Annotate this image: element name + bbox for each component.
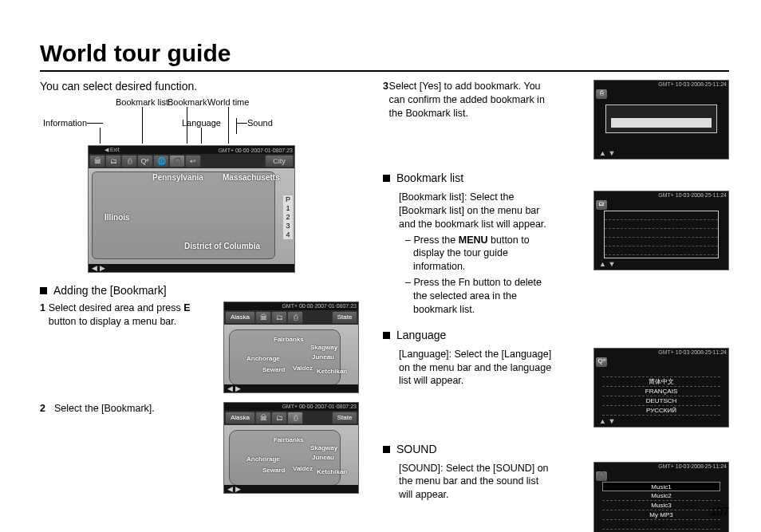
language-screenshot: GMT+ 10·03·2008·25·11:24 Qᵃ 简体中文 FRANÇAI…	[593, 348, 729, 428]
sound-list: Music1 Music2 Music3 My MP3	[602, 482, 720, 531]
world-time-icon[interactable]: 🌐	[153, 155, 169, 167]
place-label: Fairbanks	[274, 436, 304, 445]
sidenum: P	[283, 195, 293, 204]
language-heading: Language	[383, 328, 729, 343]
place-label: Ketchikan	[317, 468, 347, 477]
callout-bookmark: Bookmark	[168, 97, 207, 107]
step1-text: Select desired area and press E button t…	[49, 301, 211, 329]
place-label: Anchorage	[246, 355, 280, 364]
step3-text: Select [Yes] to add bookmark. You can co…	[389, 80, 554, 120]
square-bullet-icon	[40, 287, 47, 294]
bookmark-list-dash2: – Press the Fn button to delete the sele…	[399, 276, 554, 317]
place-label: Valdez	[293, 365, 313, 373]
lr-arrows[interactable]: ◀ ▶	[227, 384, 241, 393]
shot-timestamp: GMT+ 10·03·2008·25·11:24	[658, 81, 727, 88]
ud-arrows[interactable]: ▲ ▼	[599, 259, 615, 269]
map-top-strip: ◀ Exit GMT+ 00·00·2007·01·0807:23	[89, 146, 294, 154]
bookmark-list-dash1: – Press the MENU button to display the t…	[399, 234, 554, 274]
shot-left-label: ◀ Exit	[104, 147, 120, 153]
usa-map: Pennsylvania Massachusetts Illinois Dist…	[89, 168, 294, 264]
info-icon[interactable]: 🏛	[255, 412, 271, 424]
bookmark-icon[interactable]: ⎙	[287, 412, 303, 424]
lr-arrows[interactable]: ◀ ▶	[92, 264, 105, 272]
bookmark-list-icon[interactable]: 🗂	[105, 155, 121, 167]
back-icon[interactable]: ↩	[185, 155, 201, 167]
bookmark-list-text: [Bookmark list]: Select the [Bookmark li…	[399, 191, 554, 231]
list-item[interactable]: Music2	[602, 491, 720, 501]
list-item[interactable]: DEUTSCH	[602, 396, 720, 406]
list-item[interactable]: My MP3	[602, 510, 720, 520]
shot-timestamp: GMT+ 00·00·2007·01·0807:23	[282, 403, 357, 410]
icon-callout-area: Bookmark list Bookmark World time Inform…	[40, 97, 359, 145]
place-label: Ketchikan	[317, 368, 347, 376]
callout-language: Language	[182, 118, 221, 128]
sound-screenshot: GMT+ 10·03·2008·25·11:24 🎧 Music1 Music2…	[593, 462, 729, 532]
sidenum: 1	[283, 204, 293, 213]
sidenum: 4	[283, 231, 293, 239]
sound-icon: 🎧	[596, 471, 607, 481]
callout-sound: Sound	[247, 118, 273, 128]
state-button[interactable]: State	[332, 311, 357, 324]
bookmark-icon[interactable]: ⎙	[121, 155, 137, 167]
bookmark-list-icon: 🗂	[596, 200, 607, 210]
shot-timestamp: GMT+ 00·00·2007·01·0807:23	[282, 302, 357, 309]
sidenum: 2	[283, 213, 293, 222]
page: World tour guide You can select desired …	[40, 40, 729, 516]
step-number: 1	[40, 301, 49, 329]
bookmark-list-icon[interactable]: 🗂	[271, 412, 287, 424]
place-label: Skagway	[310, 344, 337, 353]
bookmark-icon[interactable]: ⎙	[287, 311, 303, 324]
list-item[interactable]: РУССКИЙ	[602, 406, 720, 416]
left-column: You can select desired function. Bookmar…	[40, 80, 359, 532]
list-item[interactable]: Music3	[602, 501, 720, 510]
language-icon[interactable]: Qᵃ	[137, 155, 153, 167]
place-label: Valdez	[293, 465, 313, 474]
content-columns: You can select desired function. Bookmar…	[40, 80, 729, 532]
language-text: [Language]: Select the [Language] on the…	[383, 348, 554, 388]
place-label: Juneau	[312, 454, 334, 463]
place-label: Fairbanks	[274, 336, 304, 345]
alaska-button[interactable]: Alaska	[225, 311, 255, 324]
alaska-screenshot-2: GMT+ 00·00·2007·01·0807:23 Alaska 🏛 🗂 ⎙ …	[223, 402, 359, 494]
place-massachusetts: Massachusetts	[223, 173, 280, 182]
square-bullet-icon	[383, 446, 390, 453]
list-item[interactable]: FRANÇAIS	[602, 387, 720, 396]
place-illinois: Illinois	[104, 213, 130, 222]
callout-bookmark-list: Bookmark list	[116, 97, 168, 107]
adding-bookmark-body: 1 Select desired area and press E button…	[40, 301, 359, 496]
sidenum: 3	[283, 222, 293, 231]
place-pennsylvania: Pennsylvania	[152, 173, 203, 182]
bookmark-list-screenshot: GMT+ 10·03·2008·25·11:24 🗂 ▲ ▼	[593, 191, 729, 270]
page-number: 107	[711, 505, 729, 518]
sound-icon[interactable]: 🎧	[169, 155, 185, 167]
square-bullet-icon	[383, 175, 390, 182]
bookmark-list-box	[604, 211, 719, 258]
confirm-box	[605, 104, 717, 133]
ud-arrows[interactable]: ▲ ▼	[599, 416, 615, 426]
ud-arrows[interactable]: ▲ ▼	[599, 148, 615, 158]
step2-text: Select the [Bookmark].	[54, 402, 155, 416]
language-list: 简体中文 FRANÇAIS DEUTSCH РУССКИЙ	[602, 368, 720, 417]
bookmark-list-icon[interactable]: 🗂	[271, 311, 287, 324]
map-bottom-strip: ◀ ▶	[89, 264, 294, 272]
state-button[interactable]: State	[332, 412, 357, 424]
page-title: World tour guide	[40, 40, 729, 72]
city-button[interactable]: City	[265, 155, 294, 167]
info-icon[interactable]: 🏛	[255, 311, 271, 324]
alaska-screenshot-1: GMT+ 00·00·2007·01·0807:23 Alaska 🏛 🗂 ⎙ …	[223, 301, 359, 393]
list-item[interactable]: 简体中文	[602, 377, 720, 387]
shot-timestamp: GMT+ 10·03·2008·25·11:24	[658, 463, 727, 470]
info-icon[interactable]: 🏛	[89, 155, 105, 167]
shot-timestamp: GMT+ 10·03·2008·25·11:24	[658, 349, 727, 356]
square-bullet-icon	[383, 332, 390, 339]
list-item[interactable]: Music1	[602, 482, 720, 491]
place-label: Skagway	[310, 444, 337, 453]
confirm-screenshot: GMT+ 10·03·2008·25·11:24 ⎙ ▲ ▼	[593, 80, 729, 160]
place-dc: District of Columbia	[184, 242, 260, 250]
lr-arrows[interactable]: ◀ ▶	[227, 484, 241, 494]
place-label: Anchorage	[246, 455, 280, 464]
shot-timestamp: GMT+ 00·00·2007·01·0807:23	[218, 148, 293, 153]
step-number: 2	[40, 402, 54, 416]
bookmark-list-heading: Bookmark list	[383, 171, 729, 186]
alaska-button[interactable]: Alaska	[225, 412, 255, 424]
